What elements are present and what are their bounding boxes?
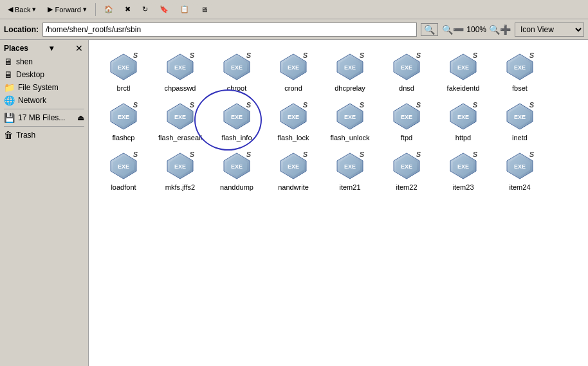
file-item[interactable]: EXE Sftpd: [378, 96, 435, 145]
svg-text:EXE: EXE: [344, 114, 356, 120]
bookmark-button[interactable]: 🔖: [155, 3, 173, 15]
file-item[interactable]: EXE Sfakeidentd: [435, 46, 492, 96]
file-item[interactable]: EXE Sflash_lock: [265, 96, 322, 145]
file-icon-wrapper: EXE S: [165, 151, 196, 181]
forward-dropdown-icon: ▾: [83, 5, 87, 14]
file-badge: S: [303, 151, 308, 158]
location-bar: Location: 🔍 🔍➖ 100% 🔍➕ Icon View List Vi…: [0, 19, 588, 40]
file-icon-wrapper: EXE S: [391, 101, 422, 132]
file-name: item21: [339, 183, 360, 191]
file-item[interactable]: EXE Sflash_eraseall: [152, 96, 208, 145]
svg-text:EXE: EXE: [514, 64, 526, 71]
file-item[interactable]: EXE Sitem22: [378, 145, 435, 195]
sidebar: Places ▾ ✕ 🖥 shen 🖥 Desktop 📁 File Syste…: [0, 40, 89, 366]
sidebar-close-button[interactable]: ✕: [74, 44, 84, 53]
file-item[interactable]: EXE Sbrctl: [95, 46, 152, 96]
sidebar-divider-1: [4, 109, 84, 109]
file-icon-wrapper: EXE S: [221, 151, 252, 181]
back-dropdown-icon: ▾: [32, 5, 36, 14]
file-badge: S: [416, 51, 421, 59]
file-item[interactable]: EXE Scrond: [265, 46, 322, 96]
location-input[interactable]: [42, 23, 417, 37]
file-badge: S: [360, 51, 364, 59]
file-item[interactable]: EXE Sdnsd: [378, 46, 435, 96]
file-badge: S: [303, 51, 308, 59]
svg-text:EXE: EXE: [174, 163, 186, 170]
file-item[interactable]: EXE Schroot: [208, 46, 265, 96]
file-badge: S: [416, 101, 421, 109]
file-item[interactable]: EXE Sdhcprelay: [322, 46, 378, 96]
sidebar-item-desktop[interactable]: 🖥 Desktop: [0, 68, 88, 81]
sidebar-item-label-shen: shen: [16, 57, 33, 66]
file-name: chpasswd: [165, 84, 196, 92]
file-name: flash_lock: [278, 134, 309, 142]
reload-icon: ↻: [142, 5, 148, 14]
svg-text:EXE: EXE: [401, 64, 412, 71]
reload-button[interactable]: ↻: [138, 3, 152, 15]
zoom-controls: 🔍➖ 100% 🔍➕: [442, 24, 511, 35]
file-icon-wrapper: EXE S: [391, 51, 422, 82]
file-item[interactable]: EXE Sitem23: [435, 145, 492, 195]
sidebar-item-shen[interactable]: 🖥 shen: [0, 55, 88, 68]
forward-label: Forward: [55, 6, 80, 14]
forward-arrow-icon: ▶: [48, 5, 53, 14]
file-icon-wrapper: EXE S: [278, 101, 309, 132]
toolbar: ◀ Back ▾ ▶ Forward ▾ 🏠 ✖ ↻ 🔖 📋 🖥: [0, 0, 588, 19]
forward-button[interactable]: ▶ Forward ▾: [43, 3, 91, 15]
view-mode-select[interactable]: Icon View List View Compact View: [515, 23, 584, 37]
file-badge: S: [473, 51, 477, 59]
file-name: flash_eraseall: [158, 134, 202, 142]
file-item[interactable]: EXE Sflash_unlock: [322, 96, 378, 145]
stop-button[interactable]: ✖: [120, 3, 135, 15]
file-icon-wrapper: EXE S: [448, 151, 479, 181]
svg-text:EXE: EXE: [514, 163, 526, 170]
file-item[interactable]: EXE Sloadfont: [95, 145, 152, 195]
file-item[interactable]: EXE Snanddump: [208, 145, 265, 195]
sidebar-item-network[interactable]: 🌐 Network: [0, 94, 88, 107]
file-name: loadfont: [111, 183, 136, 191]
terminal-button[interactable]: 🖥: [196, 4, 212, 15]
svg-text:EXE: EXE: [174, 64, 186, 71]
svg-text:EXE: EXE: [118, 163, 129, 170]
file-item[interactable]: EXE Sitem24: [492, 145, 548, 195]
zoom-out-button[interactable]: 🔍➖: [442, 24, 464, 35]
file-name: nandwrite: [278, 183, 309, 191]
svg-text:EXE: EXE: [457, 114, 469, 120]
sidebar-item-drive[interactable]: 💾 17 MB Files... ⏏: [0, 111, 88, 124]
sidebar-item-filesystem[interactable]: 📁 File System: [0, 81, 88, 94]
file-item[interactable]: EXE Sfbset: [492, 46, 548, 96]
file-item[interactable]: EXE Snandwrite: [265, 145, 322, 195]
file-item[interactable]: EXE Sflashcp: [95, 96, 152, 145]
file-name: ftpd: [401, 134, 412, 142]
file-badge: S: [190, 51, 194, 59]
svg-text:EXE: EXE: [401, 163, 412, 170]
svg-text:EXE: EXE: [231, 163, 243, 170]
drive-icon: 💾: [4, 113, 15, 123]
file-item[interactable]: EXE Sitem21: [322, 145, 378, 195]
file-item[interactable]: EXE Sinetd: [492, 96, 548, 145]
file-name: brctl: [117, 84, 131, 92]
file-icon-wrapper: EXE S: [504, 101, 535, 132]
file-badge: S: [473, 151, 477, 158]
file-badge: S: [529, 151, 534, 158]
file-item[interactable]: EXE Schpasswd: [152, 46, 208, 96]
svg-text:EXE: EXE: [288, 64, 299, 71]
file-icon-wrapper: EXE S: [165, 51, 196, 82]
home-button[interactable]: 🏠: [100, 3, 118, 15]
file-name: item24: [509, 183, 530, 191]
history-button[interactable]: 📋: [176, 3, 194, 15]
sidebar-item-label-filesystem: File System: [18, 83, 59, 92]
svg-text:EXE: EXE: [457, 64, 469, 71]
file-icon-wrapper: EXE S: [335, 51, 365, 82]
file-item[interactable]: EXE Shttpd: [435, 96, 492, 145]
back-button[interactable]: ◀ Back ▾: [3, 3, 41, 15]
sidebar-item-trash[interactable]: 🗑 Trash: [0, 129, 88, 142]
zoom-in-button[interactable]: 🔍➕: [489, 24, 511, 35]
file-icon-wrapper: EXE S: [221, 101, 252, 132]
terminal-icon: 🖥: [201, 6, 208, 14]
sidebar-item-label-desktop: Desktop: [16, 70, 44, 79]
file-item[interactable]: EXE Sflash_info: [208, 96, 265, 145]
file-name: flash_unlock: [330, 134, 369, 142]
file-item[interactable]: EXE Smkfs.jffs2: [152, 145, 208, 195]
location-go-button[interactable]: 🔍: [421, 23, 438, 36]
